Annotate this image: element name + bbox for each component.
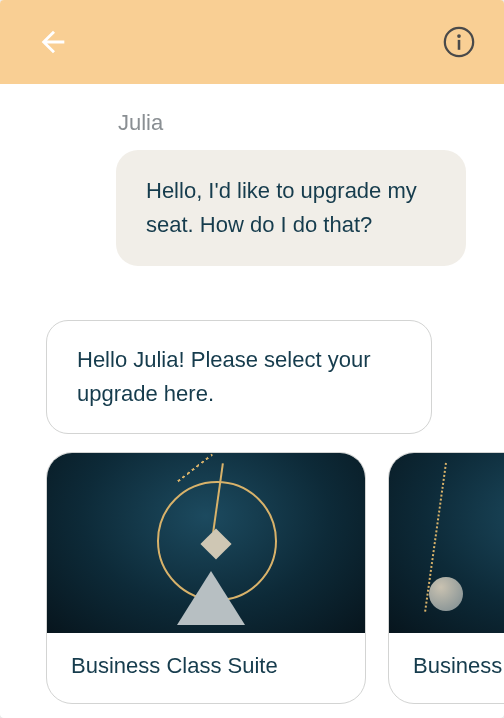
- info-icon: [442, 25, 476, 59]
- bot-message-bubble: Hello Julia! Please select your upgrade …: [46, 320, 432, 434]
- info-button[interactable]: [442, 25, 476, 59]
- sender-name: Julia: [118, 110, 504, 136]
- bot-message-text: Hello Julia! Please select your upgrade …: [77, 347, 370, 406]
- decorative-icon: [177, 571, 245, 625]
- card-label: Business Class Suite: [47, 633, 365, 703]
- back-button[interactable]: [36, 25, 70, 59]
- decorative-icon: [177, 454, 213, 483]
- card-label: Business: [389, 633, 504, 703]
- upgrade-card-business-class-suite[interactable]: Business Class Suite: [46, 452, 366, 704]
- decorative-icon: [429, 577, 463, 611]
- svg-rect-2: [458, 40, 461, 50]
- user-message-text: Hello, I'd like to upgrade my seat. How …: [146, 178, 417, 237]
- back-arrow-icon: [36, 25, 70, 59]
- user-message-bubble: Hello, I'd like to upgrade my seat. How …: [116, 150, 466, 266]
- card-image: [47, 453, 365, 633]
- svg-point-1: [457, 34, 461, 38]
- header-bar: [0, 0, 504, 84]
- chat-area: Julia Hello, I'd like to upgrade my seat…: [0, 84, 504, 718]
- upgrade-cards-row[interactable]: Business Class Suite Business: [0, 452, 504, 704]
- card-image: [389, 453, 504, 633]
- upgrade-card-business[interactable]: Business: [388, 452, 504, 704]
- chat-window: Julia Hello, I'd like to upgrade my seat…: [0, 0, 504, 718]
